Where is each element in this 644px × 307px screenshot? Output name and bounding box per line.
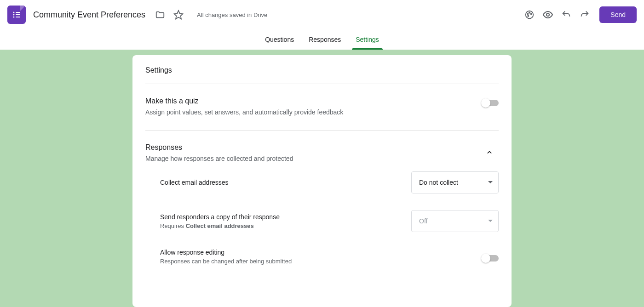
dropdown-arrow-icon bbox=[488, 181, 493, 184]
svg-point-7 bbox=[528, 13, 529, 14]
send-copy-value: Off bbox=[419, 217, 427, 225]
send-copy-dropdown: Off bbox=[411, 210, 499, 232]
allow-edit-row: Allow response editing Responses can be … bbox=[160, 240, 499, 273]
svg-point-4 bbox=[13, 17, 15, 18]
tab-responses[interactable]: Responses bbox=[301, 29, 348, 50]
responses-sub-options: Collect email addresses Do not collect S… bbox=[145, 163, 499, 273]
settings-title: Settings bbox=[145, 66, 499, 84]
responses-heading: Responses bbox=[145, 143, 480, 152]
save-status: All changes saved in Drive bbox=[197, 11, 267, 18]
collect-email-dropdown[interactable]: Do not collect bbox=[411, 171, 499, 193]
form-title[interactable]: Community Event Preferences bbox=[33, 10, 145, 20]
responses-section: Responses Manage how responses are colle… bbox=[145, 131, 499, 286]
app-header: Community Event Preferences All changes … bbox=[0, 0, 644, 29]
dropdown-arrow-icon bbox=[488, 220, 493, 222]
svg-rect-5 bbox=[16, 17, 20, 17]
svg-rect-1 bbox=[16, 12, 20, 13]
quiz-desc: Assign point values, set answers, and au… bbox=[145, 108, 482, 117]
settings-card: Settings Make this a quiz Assign point v… bbox=[132, 55, 512, 307]
forms-app-icon[interactable] bbox=[7, 6, 26, 24]
customize-theme-button[interactable] bbox=[520, 6, 539, 24]
svg-point-8 bbox=[529, 12, 530, 13]
send-button[interactable]: Send bbox=[599, 6, 637, 23]
toggle-knob bbox=[481, 254, 490, 263]
allow-edit-label: Allow response editing bbox=[160, 249, 482, 256]
responses-desc: Manage how responses are collected and p… bbox=[145, 154, 480, 164]
allow-edit-desc: Responses can be changed after being sub… bbox=[160, 258, 482, 265]
chevron-up-icon bbox=[485, 148, 494, 157]
quiz-section: Make this a quiz Assign point values, se… bbox=[145, 84, 499, 131]
svg-point-0 bbox=[13, 12, 15, 13]
svg-point-2 bbox=[13, 14, 15, 16]
collect-email-value: Do not collect bbox=[419, 179, 458, 186]
send-copy-row: Send responders a copy of their response… bbox=[160, 202, 499, 240]
tab-bar: Questions Responses Settings bbox=[0, 29, 644, 50]
quiz-toggle[interactable] bbox=[482, 100, 499, 106]
move-to-folder-button[interactable] bbox=[151, 6, 169, 24]
quiz-heading: Make this a quiz bbox=[145, 97, 482, 105]
redo-button[interactable] bbox=[575, 6, 594, 24]
collect-email-label: Collect email addresses bbox=[160, 179, 411, 186]
toggle-knob bbox=[481, 98, 490, 108]
send-copy-requires: Requires Collect email addresses bbox=[160, 222, 411, 229]
settings-canvas: Settings Make this a quiz Assign point v… bbox=[0, 50, 644, 307]
responses-collapse-button[interactable] bbox=[480, 143, 499, 162]
svg-point-11 bbox=[546, 13, 549, 16]
send-copy-label: Send responders a copy of their response bbox=[160, 213, 411, 221]
allow-edit-toggle[interactable] bbox=[482, 255, 499, 262]
star-button[interactable] bbox=[169, 6, 188, 24]
collect-email-row: Collect email addresses Do not collect bbox=[160, 163, 499, 202]
undo-button[interactable] bbox=[557, 6, 575, 24]
svg-rect-3 bbox=[16, 14, 20, 15]
preview-button[interactable] bbox=[539, 6, 557, 24]
tab-questions[interactable]: Questions bbox=[258, 29, 301, 50]
tab-settings[interactable]: Settings bbox=[348, 29, 386, 50]
svg-point-10 bbox=[528, 16, 529, 17]
svg-point-9 bbox=[531, 13, 532, 14]
